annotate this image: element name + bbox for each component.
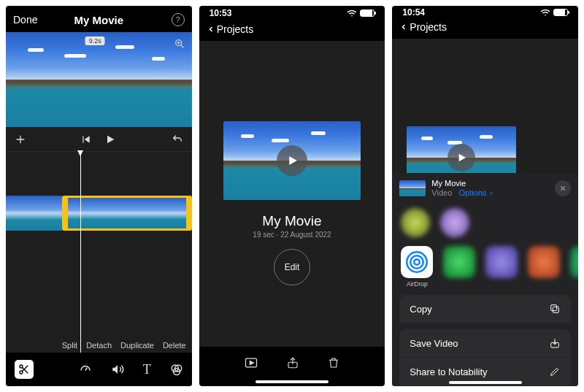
save-icon xyxy=(549,337,561,349)
scissors-tool[interactable] xyxy=(15,360,34,379)
play-overlay-icon xyxy=(447,144,475,172)
share-options-link[interactable]: Options xyxy=(458,188,494,197)
project-thumbnail[interactable] xyxy=(223,121,361,200)
project-nav: Projects xyxy=(199,20,385,41)
wifi-icon xyxy=(347,8,357,18)
status-bar: 10:53 xyxy=(199,6,385,20)
undo-button[interactable] xyxy=(172,134,183,145)
clip-actions-row: Split Detach Duplicate Delete xyxy=(62,341,186,350)
delete-button[interactable] xyxy=(327,356,340,370)
editor-nav: Done My Movie ? xyxy=(6,6,192,32)
svg-rect-29 xyxy=(551,305,557,311)
filters-tool[interactable] xyxy=(170,363,183,376)
help-button[interactable]: ? xyxy=(172,13,185,26)
share-sheet-header: My Movie Video Options xyxy=(392,173,578,204)
wifi-icon xyxy=(540,7,550,18)
airdrop-app[interactable]: AirDrop xyxy=(401,246,433,288)
svg-marker-8 xyxy=(107,135,114,143)
status-time: 10:54 xyxy=(402,7,425,18)
play-button[interactable] xyxy=(104,134,116,145)
add-media-button[interactable] xyxy=(15,134,26,145)
battery-icon xyxy=(360,9,374,17)
duration-badge: 9.2s xyxy=(85,36,105,45)
back-button[interactable]: Projects xyxy=(399,21,447,33)
share-title: My Movie xyxy=(431,179,549,188)
app-suggestion[interactable] xyxy=(528,246,560,278)
svg-line-1 xyxy=(181,45,183,47)
back-label: Projects xyxy=(410,21,447,33)
screen-share-sheet: 10:54 Projects xyxy=(392,6,578,386)
titles-tool[interactable]: T xyxy=(143,362,151,377)
svg-marker-20 xyxy=(250,361,253,365)
share-actions-list: Copy Save Video Share to Notability xyxy=(392,295,578,386)
project-body-dimmed xyxy=(392,39,578,172)
save-video-action[interactable]: Save Video xyxy=(399,329,571,358)
home-indicator[interactable] xyxy=(256,380,328,383)
copy-icon xyxy=(549,303,561,315)
timeline[interactable]: Split Detach Duplicate Delete xyxy=(6,152,192,353)
detach-button[interactable]: Detach xyxy=(86,341,112,350)
project-actions xyxy=(199,347,385,380)
status-bar: 10:54 xyxy=(392,6,578,18)
copy-action[interactable]: Copy xyxy=(399,295,571,323)
done-button[interactable]: Done xyxy=(13,14,37,26)
svg-point-25 xyxy=(415,259,420,265)
timeline-track[interactable] xyxy=(6,196,192,231)
project-title: My Movie xyxy=(262,213,321,229)
speed-tool[interactable] xyxy=(79,363,92,376)
zoom-button[interactable] xyxy=(172,36,187,51)
svg-rect-6 xyxy=(83,136,84,142)
svg-marker-18 xyxy=(289,156,297,165)
app-suggestion[interactable] xyxy=(443,246,475,278)
app-suggestion[interactable] xyxy=(570,246,578,278)
video-preview[interactable]: 9.2s xyxy=(6,32,192,127)
svg-point-26 xyxy=(411,255,424,269)
contact-suggestion[interactable] xyxy=(440,208,469,237)
svg-marker-7 xyxy=(85,136,90,142)
back-button[interactable]: Projects xyxy=(207,23,254,35)
status-time: 10:53 xyxy=(210,8,232,18)
prev-frame-button[interactable] xyxy=(81,134,91,145)
svg-line-13 xyxy=(85,368,87,371)
project-title: My Movie xyxy=(70,14,127,26)
split-button[interactable]: Split xyxy=(62,341,77,350)
play-fullscreen-button[interactable] xyxy=(244,356,258,370)
volume-tool[interactable] xyxy=(111,363,124,376)
svg-point-10 xyxy=(20,371,23,374)
play-overlay-icon xyxy=(277,145,307,176)
clip-unselected[interactable] xyxy=(6,196,62,231)
edit-button[interactable]: Edit xyxy=(274,249,310,285)
share-notability-label: Share to Notability xyxy=(410,366,487,377)
save-video-label: Save Video xyxy=(410,338,458,349)
home-indicator[interactable] xyxy=(449,381,522,384)
pencil-icon xyxy=(549,366,561,377)
duplicate-button[interactable]: Duplicate xyxy=(120,341,154,350)
editor-toolbar: T xyxy=(6,353,192,386)
screen-project-detail: 10:53 Projects xyxy=(199,6,385,386)
battery-icon xyxy=(553,9,568,16)
svg-rect-28 xyxy=(553,307,558,312)
playhead[interactable] xyxy=(80,152,81,353)
svg-marker-14 xyxy=(112,365,118,374)
app-suggestion[interactable] xyxy=(485,246,518,278)
clip-selected[interactable] xyxy=(62,196,192,231)
share-contacts-row[interactable] xyxy=(392,204,578,242)
share-thumb xyxy=(399,180,426,196)
screen-editor: Done My Movie ? 9.2s xyxy=(6,6,192,386)
project-meta: 19 sec · 22 August 2022 xyxy=(253,231,331,239)
project-body: My Movie 19 sec · 22 August 2022 Edit xyxy=(199,41,385,347)
close-sheet-button[interactable] xyxy=(555,180,571,196)
transport-bar xyxy=(6,127,192,152)
chevron-left-icon xyxy=(399,21,408,33)
chevron-left-icon xyxy=(207,23,215,35)
delete-button[interactable]: Delete xyxy=(163,341,186,350)
back-label: Projects xyxy=(217,23,254,35)
project-nav: Projects xyxy=(392,18,578,39)
contact-suggestion[interactable] xyxy=(401,208,430,237)
share-type: Video xyxy=(431,188,452,197)
svg-point-9 xyxy=(20,365,23,368)
share-button[interactable] xyxy=(286,356,299,370)
share-sheet: My Movie Video Options xyxy=(392,173,578,386)
share-apps-row[interactable]: AirDrop xyxy=(392,242,578,292)
airdrop-label: AirDrop xyxy=(407,280,428,288)
